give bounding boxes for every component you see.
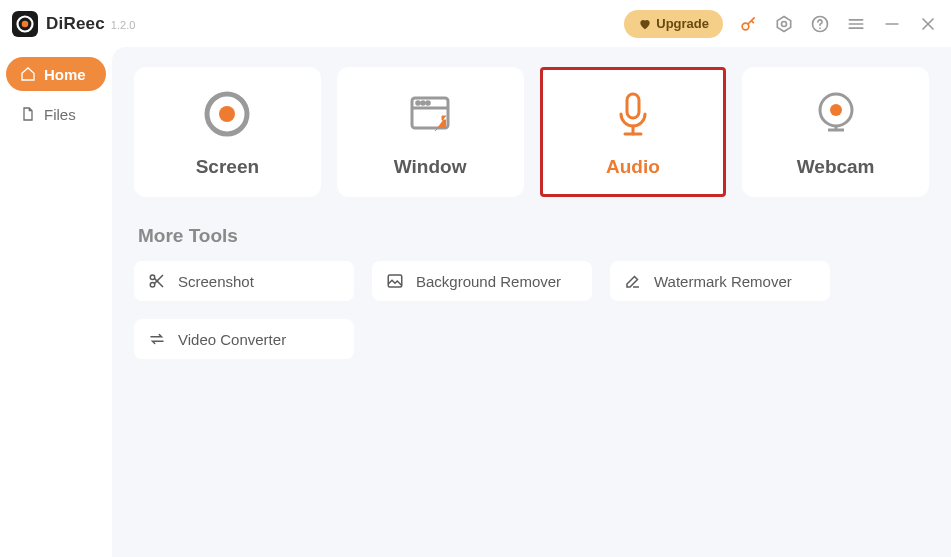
home-icon bbox=[20, 66, 36, 82]
help-icon[interactable] bbox=[809, 13, 831, 35]
eraser-icon bbox=[624, 272, 642, 290]
card-screen[interactable]: Screen bbox=[134, 67, 321, 197]
card-label: Window bbox=[394, 156, 467, 178]
sidebar-item-label: Files bbox=[44, 106, 76, 123]
tool-label: Background Remover bbox=[416, 273, 561, 290]
card-window[interactable]: Window bbox=[337, 67, 524, 197]
app-logo bbox=[12, 11, 38, 37]
record-icon bbox=[199, 86, 255, 142]
card-label: Screen bbox=[196, 156, 259, 178]
image-icon bbox=[386, 272, 404, 290]
mode-cards: Screen Window Audio Webcam bbox=[134, 67, 929, 197]
microphone-icon bbox=[605, 86, 661, 142]
titlebar: DiReec 1.2.0 Upgrade bbox=[0, 0, 951, 47]
tool-label: Screenshot bbox=[178, 273, 254, 290]
svg-point-6 bbox=[819, 27, 821, 29]
sidebar: Home Files bbox=[0, 47, 112, 557]
app-name: DiReec bbox=[46, 14, 105, 34]
svg-point-2 bbox=[742, 23, 749, 30]
tool-label: Watermark Remover bbox=[654, 273, 792, 290]
webcam-icon bbox=[808, 86, 864, 142]
menu-icon[interactable] bbox=[845, 13, 867, 35]
close-button[interactable] bbox=[917, 13, 939, 35]
upgrade-button[interactable]: Upgrade bbox=[624, 10, 723, 38]
card-label: Audio bbox=[606, 156, 660, 178]
sidebar-item-files[interactable]: Files bbox=[6, 97, 106, 131]
heart-icon bbox=[638, 17, 652, 31]
svg-point-4 bbox=[782, 21, 787, 26]
sidebar-item-home[interactable]: Home bbox=[6, 57, 106, 91]
svg-marker-3 bbox=[777, 16, 790, 31]
sidebar-item-label: Home bbox=[44, 66, 86, 83]
svg-rect-21 bbox=[627, 94, 639, 118]
card-audio[interactable]: Audio bbox=[540, 67, 727, 197]
minimize-button[interactable] bbox=[881, 13, 903, 35]
window-icon bbox=[402, 86, 458, 142]
settings-icon[interactable] bbox=[773, 13, 795, 35]
key-icon[interactable] bbox=[737, 13, 759, 35]
more-tools-title: More Tools bbox=[138, 225, 929, 247]
main-content: Screen Window Audio Webcam bbox=[112, 47, 951, 557]
tool-video-converter[interactable]: Video Converter bbox=[134, 319, 354, 359]
svg-point-14 bbox=[219, 106, 235, 122]
tool-grid: Screenshot Background Remover Watermark … bbox=[134, 261, 929, 359]
tool-screenshot[interactable]: Screenshot bbox=[134, 261, 354, 301]
card-label: Webcam bbox=[797, 156, 875, 178]
svg-point-25 bbox=[830, 104, 842, 116]
file-icon bbox=[20, 106, 36, 122]
scissors-icon bbox=[148, 272, 166, 290]
card-webcam[interactable]: Webcam bbox=[742, 67, 929, 197]
svg-point-1 bbox=[22, 20, 29, 27]
app-version: 1.2.0 bbox=[111, 19, 135, 31]
upgrade-label: Upgrade bbox=[656, 16, 709, 31]
svg-point-17 bbox=[417, 102, 420, 105]
tool-background-remover[interactable]: Background Remover bbox=[372, 261, 592, 301]
tool-label: Video Converter bbox=[178, 331, 286, 348]
swap-icon bbox=[148, 330, 166, 348]
tool-watermark-remover[interactable]: Watermark Remover bbox=[610, 261, 830, 301]
svg-point-19 bbox=[427, 102, 430, 105]
svg-point-18 bbox=[422, 102, 425, 105]
